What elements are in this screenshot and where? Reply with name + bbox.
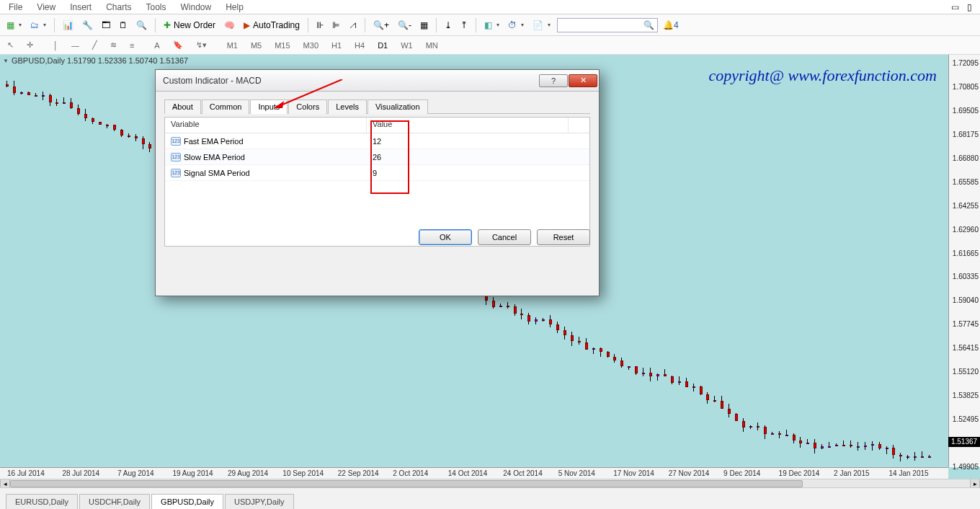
vline-icon[interactable]: │ <box>50 40 61 51</box>
tab-about[interactable]: About <box>164 99 201 114</box>
current-price-label: 1.51367 <box>948 437 980 447</box>
scroll-left-icon[interactable]: ◂ <box>0 479 10 488</box>
chart-tabs: EURUSD,Daily USDCHF,Daily GBPUSD,Daily U… <box>0 487 980 509</box>
row-value[interactable]: 9 <box>367 165 569 180</box>
row-variable: Signal SMA Period <box>184 169 250 177</box>
chart-tab-usdchf[interactable]: USDCHF,Daily <box>79 494 150 509</box>
tab-inputs[interactable]: Inputs <box>250 99 288 114</box>
dialog-close-button[interactable]: ✕ <box>569 74 597 87</box>
shift-end-icon[interactable]: ⤓ <box>441 17 455 33</box>
notifications-icon[interactable]: 🔔4 <box>659 17 682 33</box>
date-axis: 16 Jul 201428 Jul 20147 Aug 201419 Aug 2… <box>0 467 948 479</box>
menu-help[interactable]: Help <box>218 1 251 14</box>
data-window-icon[interactable]: 🗔 <box>98 17 114 33</box>
integer-icon: 123 <box>171 137 181 146</box>
menubar: File View Insert Charts Tools Window Hel… <box>0 0 980 14</box>
dialog-title-text: Custom Indicator - MACD <box>163 76 262 86</box>
table-row[interactable]: 123Fast EMA Period 12 <box>165 133 589 149</box>
tab-colors[interactable]: Colors <box>288 99 327 114</box>
dialog-tabs: About Common Inputs Colors Levels Visual… <box>164 99 590 114</box>
chart-title: ▼ GBPUSD,Daily 1.51790 1.52336 1.50740 1… <box>3 56 188 65</box>
hline-icon[interactable]: — <box>68 40 82 51</box>
profiles-button[interactable]: 🗂▾ <box>27 17 50 33</box>
tf-m5[interactable]: M5 <box>248 40 264 51</box>
periods-button[interactable]: ⏱▾ <box>504 17 527 33</box>
menu-view[interactable]: View <box>30 1 63 14</box>
templates-button[interactable]: 📄▾ <box>529 17 554 33</box>
fib-icon[interactable]: ≡ <box>127 40 137 51</box>
price-axis: 1.720951.708051.695051.681751.668801.655… <box>948 55 980 467</box>
strategy-tester-icon[interactable]: 🔍 <box>133 17 151 33</box>
menu-insert[interactable]: Insert <box>63 1 99 14</box>
tab-visualization[interactable]: Visualization <box>368 99 428 114</box>
terminal-icon[interactable]: 🗒 <box>115 17 131 33</box>
dialog-titlebar[interactable]: Custom Indicator - MACD ? ✕ <box>156 70 599 92</box>
toolbar-drawing: ↖ ✛ │ — ╱ ≋ ≡ A 🔖 ↯▾ M1 M5 M15 M30 H1 H4… <box>0 36 980 55</box>
integer-icon: 123 <box>171 169 181 177</box>
tf-h1[interactable]: H1 <box>329 40 344 51</box>
tf-h4[interactable]: H4 <box>352 40 368 51</box>
chart-tab-usdjpy[interactable]: USDJPY,Daily <box>225 494 294 509</box>
row-value[interactable]: 26 <box>367 149 569 164</box>
table-row[interactable]: 123Slow EMA Period 26 <box>165 149 589 165</box>
row-variable: Fast EMA Period <box>184 137 244 146</box>
tf-m15[interactable]: M15 <box>272 40 293 51</box>
tf-m30[interactable]: M30 <box>300 40 321 51</box>
menu-window[interactable]: Window <box>174 1 219 14</box>
window-layout2-icon[interactable]: ▯ <box>963 1 976 14</box>
zoom-out-icon[interactable]: 🔍- <box>394 17 415 33</box>
search-icon[interactable]: 🔍 <box>643 20 654 30</box>
cursor-icon[interactable]: ↖ <box>4 39 17 51</box>
row-variable: Slow EMA Period <box>184 153 245 161</box>
chart-collapse-icon[interactable]: ▼ <box>3 58 9 64</box>
custom-indicator-dialog: Custom Indicator - MACD ? ✕ About Common… <box>155 69 600 296</box>
tf-mn[interactable]: MN <box>423 40 441 51</box>
row-value[interactable]: 12 <box>367 133 569 149</box>
reset-button[interactable]: Reset <box>537 229 590 245</box>
cancel-button[interactable]: Cancel <box>478 229 531 245</box>
ok-button[interactable]: OK <box>419 229 472 245</box>
autotrading-button[interactable]: ▶AutoTrading <box>240 17 303 33</box>
tab-common[interactable]: Common <box>202 99 250 114</box>
indicators-button[interactable]: ◧▾ <box>481 17 503 33</box>
trendline-icon[interactable]: ╱ <box>89 39 100 51</box>
column-variable[interactable]: Variable <box>165 118 367 133</box>
column-value[interactable]: Value <box>367 118 569 133</box>
label-icon[interactable]: 🔖 <box>170 39 186 51</box>
table-row[interactable]: 123Signal SMA Period 9 <box>165 165 589 181</box>
menu-charts[interactable]: Charts <box>99 1 138 14</box>
tile-icon[interactable]: ▦ <box>416 17 432 33</box>
search-input[interactable]: 🔍 <box>557 18 658 32</box>
tf-d1[interactable]: D1 <box>375 40 391 51</box>
channel-icon[interactable]: ≋ <box>107 39 120 51</box>
chart-tab-eurusd[interactable]: EURUSD,Daily <box>6 494 78 509</box>
tf-m1[interactable]: M1 <box>224 40 241 51</box>
expert-advisor-icon[interactable]: 🧠 <box>220 17 239 33</box>
zoom-in-icon[interactable]: 🔍+ <box>370 17 393 33</box>
toolbar-main: ▦▾ 🗂▾ 📊 🔧 🗔 🗒 🔍 ✚New Order 🧠 ▶AutoTradin… <box>0 14 980 36</box>
scroll-right-icon[interactable]: ▸ <box>970 479 980 488</box>
tab-levels[interactable]: Levels <box>328 99 367 114</box>
market-watch-icon[interactable]: 📊 <box>59 17 77 33</box>
arrows-icon[interactable]: ↯▾ <box>193 39 210 51</box>
integer-icon: 123 <box>171 153 181 161</box>
tf-w1[interactable]: W1 <box>398 40 416 51</box>
menu-tools[interactable]: Tools <box>139 1 174 14</box>
candles-icon[interactable]: ⊫ <box>329 17 343 33</box>
dialog-help-button[interactable]: ? <box>539 74 568 87</box>
new-chart-button[interactable]: ▦▾ <box>3 17 25 33</box>
chart-scrollbar[interactable]: ◂ ▸ <box>0 479 980 487</box>
window-layout-icon[interactable]: ▭ <box>948 1 961 14</box>
new-order-button[interactable]: ✚New Order <box>160 17 219 33</box>
line-chart-icon[interactable]: ⩘ <box>344 17 360 33</box>
bars-icon[interactable]: ⊪ <box>313 17 327 33</box>
chart-symbol-label: GBPUSD,Daily 1.51790 1.52336 1.50740 1.5… <box>12 56 188 65</box>
auto-scroll-icon[interactable]: ⤒ <box>457 17 471 33</box>
menu-file[interactable]: File <box>1 1 30 14</box>
inputs-grid: Variable Value 123Fast EMA Period 12 123… <box>164 117 590 247</box>
scroll-thumb[interactable] <box>10 480 803 487</box>
text-icon[interactable]: A <box>151 40 162 51</box>
chart-tab-gbpusd[interactable]: GBPUSD,Daily <box>151 494 223 509</box>
crosshair-icon[interactable]: ✛ <box>24 39 36 51</box>
navigator-icon[interactable]: 🔧 <box>79 17 97 33</box>
